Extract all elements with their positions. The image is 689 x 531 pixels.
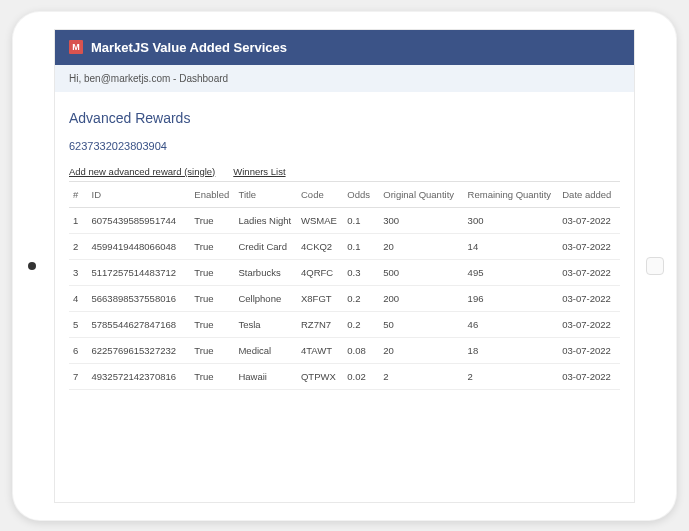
cell-remaining_qty: 18 [464, 337, 559, 363]
cell-id: 5663898537558016 [88, 285, 191, 311]
rewards-table: # ID Enabled Title Code Odds Original Qu… [69, 181, 620, 390]
cell-title: Credit Card [234, 233, 297, 259]
app-header: M MarketJS Value Added Services [55, 30, 634, 65]
cell-num: 7 [69, 363, 88, 389]
cell-date_added: 03-07-2022 [558, 207, 620, 233]
cell-date_added: 03-07-2022 [558, 285, 620, 311]
cell-date_added: 03-07-2022 [558, 311, 620, 337]
cell-code: 4CKQ2 [297, 233, 343, 259]
cell-id: 6225769615327232 [88, 337, 191, 363]
cell-code: X8FGT [297, 285, 343, 311]
col-header-enabled: Enabled [190, 181, 234, 207]
col-header-date-added: Date added [558, 181, 620, 207]
cell-num: 1 [69, 207, 88, 233]
cell-title: Cellphone [234, 285, 297, 311]
cell-enabled: True [190, 285, 234, 311]
col-header-num: # [69, 181, 88, 207]
cell-remaining_qty: 2 [464, 363, 559, 389]
table-row[interactable]: 74932572142370816TrueHawaiiQTPWX0.022203… [69, 363, 620, 389]
col-header-id: ID [88, 181, 191, 207]
table-row[interactable]: 55785544627847168TrueTeslaRZ7N70.2504603… [69, 311, 620, 337]
cell-enabled: True [190, 311, 234, 337]
cell-remaining_qty: 300 [464, 207, 559, 233]
cell-enabled: True [190, 207, 234, 233]
cell-title: Tesla [234, 311, 297, 337]
table-row[interactable]: 45663898537558016TrueCellphoneX8FGT0.220… [69, 285, 620, 311]
cell-enabled: True [190, 337, 234, 363]
camera-dot [28, 262, 36, 270]
logo-icon: M [69, 40, 83, 54]
cell-remaining_qty: 14 [464, 233, 559, 259]
cell-remaining_qty: 495 [464, 259, 559, 285]
cell-code: RZ7N7 [297, 311, 343, 337]
cell-code: 4QRFC [297, 259, 343, 285]
cell-odds: 0.2 [343, 311, 379, 337]
home-button[interactable] [646, 257, 664, 275]
cell-code: 4TAWT [297, 337, 343, 363]
add-new-reward-link[interactable]: Add new advanced reward (single) [69, 166, 215, 177]
section-title: Advanced Rewards [69, 110, 620, 126]
cell-original_qty: 2 [379, 363, 463, 389]
table-row[interactable]: 24599419448066048TrueCredit Card4CKQ20.1… [69, 233, 620, 259]
cell-original_qty: 50 [379, 311, 463, 337]
cell-original_qty: 500 [379, 259, 463, 285]
table-row[interactable]: 66225769615327232TrueMedical4TAWT0.08201… [69, 337, 620, 363]
tablet-frame: M MarketJS Value Added Services Hi, ben@… [12, 11, 677, 521]
cell-original_qty: 300 [379, 207, 463, 233]
cell-code: QTPWX [297, 363, 343, 389]
reward-id: 6237332023803904 [69, 140, 620, 152]
cell-code: WSMAE [297, 207, 343, 233]
app-title: MarketJS Value Added Services [91, 40, 287, 55]
cell-id: 5785544627847168 [88, 311, 191, 337]
table-header-row: # ID Enabled Title Code Odds Original Qu… [69, 181, 620, 207]
screen: M MarketJS Value Added Services Hi, ben@… [54, 29, 635, 503]
cell-date_added: 03-07-2022 [558, 259, 620, 285]
cell-num: 6 [69, 337, 88, 363]
cell-original_qty: 200 [379, 285, 463, 311]
cell-odds: 0.02 [343, 363, 379, 389]
cell-title: Hawaii [234, 363, 297, 389]
cell-id: 4599419448066048 [88, 233, 191, 259]
col-header-odds: Odds [343, 181, 379, 207]
col-header-original-qty: Original Quantity [379, 181, 463, 207]
cell-enabled: True [190, 233, 234, 259]
col-header-title: Title [234, 181, 297, 207]
cell-date_added: 03-07-2022 [558, 233, 620, 259]
cell-remaining_qty: 46 [464, 311, 559, 337]
cell-odds: 0.2 [343, 285, 379, 311]
cell-title: Medical [234, 337, 297, 363]
cell-odds: 0.3 [343, 259, 379, 285]
cell-num: 4 [69, 285, 88, 311]
winners-list-link[interactable]: Winners List [233, 166, 285, 177]
cell-title: Starbucks [234, 259, 297, 285]
cell-title: Ladies Night [234, 207, 297, 233]
cell-enabled: True [190, 363, 234, 389]
cell-original_qty: 20 [379, 337, 463, 363]
cell-odds: 0.1 [343, 233, 379, 259]
col-header-code: Code [297, 181, 343, 207]
col-header-remaining-qty: Remaining Quantity [464, 181, 559, 207]
cell-odds: 0.1 [343, 207, 379, 233]
cell-num: 3 [69, 259, 88, 285]
breadcrumb: Hi, ben@marketjs.com - Dashboard [55, 65, 634, 92]
main-content: Advanced Rewards 6237332023803904 Add ne… [55, 92, 634, 502]
cell-date_added: 03-07-2022 [558, 363, 620, 389]
cell-original_qty: 20 [379, 233, 463, 259]
cell-id: 6075439585951744 [88, 207, 191, 233]
cell-enabled: True [190, 259, 234, 285]
cell-num: 2 [69, 233, 88, 259]
table-row[interactable]: 35117257514483712TrueStarbucks4QRFC0.350… [69, 259, 620, 285]
cell-date_added: 03-07-2022 [558, 337, 620, 363]
table-row[interactable]: 16075439585951744TrueLadies NightWSMAE0.… [69, 207, 620, 233]
cell-num: 5 [69, 311, 88, 337]
cell-id: 5117257514483712 [88, 259, 191, 285]
cell-remaining_qty: 196 [464, 285, 559, 311]
action-links: Add new advanced reward (single) Winners… [69, 166, 620, 177]
cell-id: 4932572142370816 [88, 363, 191, 389]
cell-odds: 0.08 [343, 337, 379, 363]
